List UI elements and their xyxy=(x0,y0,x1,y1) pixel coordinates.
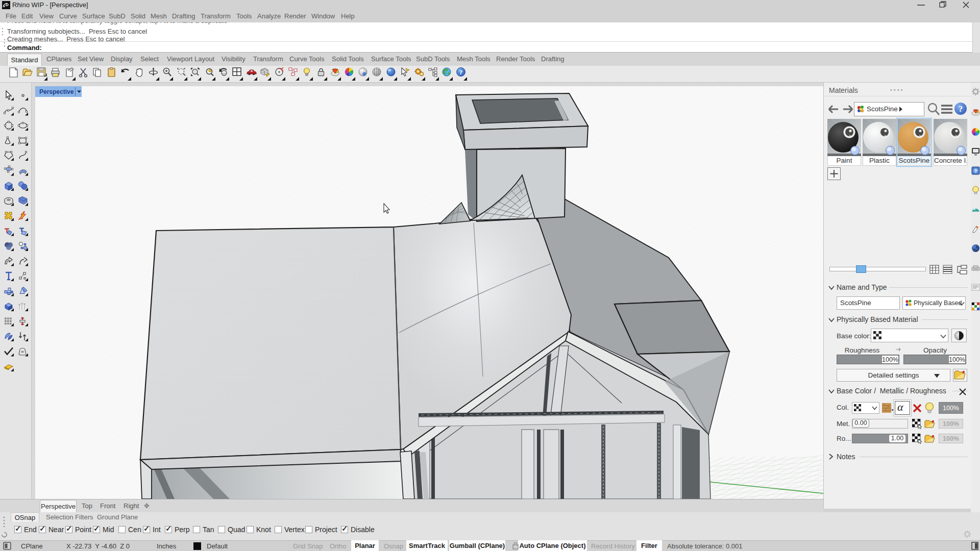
svg-text:?: ? xyxy=(959,104,963,114)
svg-text:?: ? xyxy=(459,68,463,76)
svg-text:?: ? xyxy=(974,168,977,173)
